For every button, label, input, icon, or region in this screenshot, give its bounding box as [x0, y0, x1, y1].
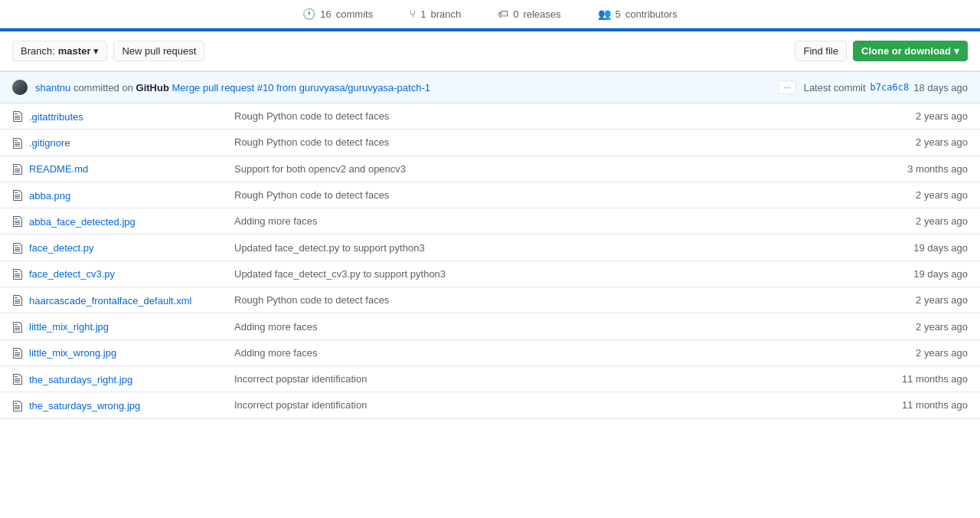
file-time: 3 months ago	[876, 163, 968, 175]
file-message: Incorrect popstar identification	[234, 373, 870, 385]
table-row: .gitignore Rough Python code to detect f…	[0, 130, 980, 156]
file-name-link[interactable]: abba.png	[29, 190, 70, 202]
file-name: abba.png	[29, 189, 228, 202]
commit-action: committed on	[74, 82, 136, 93]
commit-hash-link[interactable]: b7ca6c8	[871, 82, 910, 93]
file-name: the_saturdays_right.jpg	[29, 373, 228, 385]
file-message: Rough Python code to detect faces	[234, 189, 870, 201]
file-name: face_detect_cv3.py	[29, 267, 228, 280]
find-file-button[interactable]: Find file	[795, 41, 847, 61]
file-icon	[12, 162, 23, 175]
commit-right: Latest commit b7ca6c8 18 days ago	[804, 82, 968, 93]
file-icon	[12, 346, 23, 359]
commits-icon: 🕐	[302, 8, 315, 20]
table-row: abba_face_detected.jpg Adding more faces…	[0, 208, 980, 234]
toolbar-right: Find file Clone or download ▾	[795, 41, 968, 61]
file-name: abba_face_detected.jpg	[29, 215, 228, 228]
avatar	[12, 80, 28, 95]
file-message: Support for both opencv2 and opencv3	[234, 163, 870, 175]
file-name-link[interactable]: README.md	[29, 163, 88, 175]
file-name-link[interactable]: face_detect_cv3.py	[29, 268, 115, 280]
file-name: .gitattributes	[29, 110, 228, 123]
releases-count: 0	[513, 8, 518, 20]
table-row: face_detect_cv3.py Updated face_detect_c…	[0, 261, 980, 287]
file-time: 2 years ago	[876, 110, 968, 122]
file-message: Rough Python code to detect faces	[234, 294, 870, 306]
file-time: 2 years ago	[876, 321, 968, 333]
contributors-count: 5	[616, 8, 621, 20]
toolbar-left: Branch: master ▾ New pull request	[12, 41, 204, 61]
file-message: Adding more faces	[234, 215, 870, 227]
table-row: .gitattributes Rough Python code to dete…	[0, 103, 980, 130]
file-name-link[interactable]: the_saturdays_right.jpg	[29, 374, 132, 385]
file-time: 2 years ago	[876, 347, 968, 359]
branch-prefix: Branch:	[21, 45, 55, 57]
table-row: little_mix_wrong.jpg Adding more faces 2…	[0, 340, 980, 366]
commits-stat[interactable]: 🕐 16 commits	[302, 8, 373, 20]
table-row: the_saturdays_right.jpg Incorrect popsta…	[0, 366, 980, 392]
file-name-link[interactable]: little_mix_right.jpg	[29, 321, 109, 333]
new-pr-label: New pull request	[122, 45, 196, 57]
commit-author-link[interactable]: shantnu	[35, 82, 70, 93]
file-name-link[interactable]: little_mix_wrong.jpg	[29, 347, 116, 359]
table-row: the_saturdays_wrong.jpg Incorrect popsta…	[0, 392, 980, 418]
commits-label: commits	[336, 8, 373, 20]
commit-message-link[interactable]: Merge pull request #10 from guruvyasa/gu…	[172, 82, 430, 93]
file-name-link[interactable]: the_saturdays_wrong.jpg	[29, 400, 140, 411]
file-message: Rough Python code to detect faces	[234, 110, 870, 122]
toolbar: Branch: master ▾ New pull request Find f…	[0, 31, 980, 71]
file-name-link[interactable]: face_detect.py	[29, 242, 94, 254]
file-time: 2 years ago	[876, 136, 968, 148]
branch-selector[interactable]: Branch: master ▾	[12, 41, 107, 61]
file-time: 19 days ago	[876, 268, 968, 280]
file-name: .gitignore	[29, 136, 228, 149]
file-message: Rough Python code to detect faces	[234, 136, 870, 148]
file-message: Updated face_detect.py to support python…	[234, 242, 870, 254]
file-time: 19 days ago	[876, 242, 968, 254]
file-icon	[12, 136, 23, 149]
table-row: README.md Support for both opencv2 and o…	[0, 156, 980, 182]
find-file-label: Find file	[803, 45, 838, 57]
branch-count: 1	[420, 8, 426, 20]
file-message: Adding more faces	[234, 321, 870, 333]
file-name-link[interactable]: haarcascade_frontalface_default.xml	[29, 295, 191, 307]
chevron-down-icon: ▾	[93, 45, 99, 57]
latest-commit-label: Latest commit	[804, 82, 866, 93]
branch-stat[interactable]: ⑂ 1 branch	[410, 8, 461, 20]
file-name-link[interactable]: abba_face_detected.jpg	[29, 216, 136, 228]
file-message: Adding more faces	[234, 347, 870, 359]
clone-download-button[interactable]: Clone or download ▾	[853, 41, 968, 61]
chevron-down-icon: ▾	[954, 45, 959, 57]
file-message: Updated face_detect_cv3.py to support py…	[234, 268, 870, 280]
table-row: face_detect.py Updated face_detect.py to…	[0, 234, 980, 261]
table-row: abba.png Rough Python code to detect fac…	[0, 182, 980, 208]
file-time: 2 years ago	[876, 189, 968, 201]
branch-icon: ⑂	[410, 8, 416, 20]
file-message: Incorrect popstar identification	[234, 399, 870, 411]
file-list: .gitattributes Rough Python code to dete…	[0, 103, 980, 419]
file-name-link[interactable]: .gitattributes	[29, 111, 83, 123]
file-name-link[interactable]: .gitignore	[29, 137, 70, 149]
file-time: 11 months ago	[876, 399, 968, 411]
file-icon	[12, 189, 23, 202]
file-name: haarcascade_frontalface_default.xml	[29, 294, 228, 307]
contributors-label: contributors	[626, 8, 678, 20]
file-name: little_mix_wrong.jpg	[29, 346, 228, 359]
releases-stat[interactable]: 🏷 0 releases	[498, 8, 560, 20]
commit-dots-button[interactable]: ···	[778, 80, 795, 94]
file-icon	[12, 398, 23, 411]
releases-label: releases	[523, 8, 560, 20]
contributors-stat[interactable]: 👥 5 contributors	[598, 8, 678, 20]
commit-platform: GitHub	[136, 82, 169, 93]
file-icon	[12, 372, 23, 385]
new-pull-request-button[interactable]: New pull request	[113, 41, 204, 61]
branch-label: branch	[430, 8, 461, 20]
file-time: 2 years ago	[876, 215, 968, 227]
stats-bar: 🕐 16 commits ⑂ 1 branch 🏷 0 releases 👥 5…	[0, 0, 980, 28]
commit-time: 18 days ago	[913, 82, 968, 93]
commit-info-bar: shantnu committed on GitHub Merge pull r…	[0, 71, 980, 103]
file-icon	[12, 215, 23, 228]
file-icon	[12, 293, 23, 307]
file-icon	[12, 267, 23, 280]
clone-label: Clone or download	[861, 45, 951, 57]
